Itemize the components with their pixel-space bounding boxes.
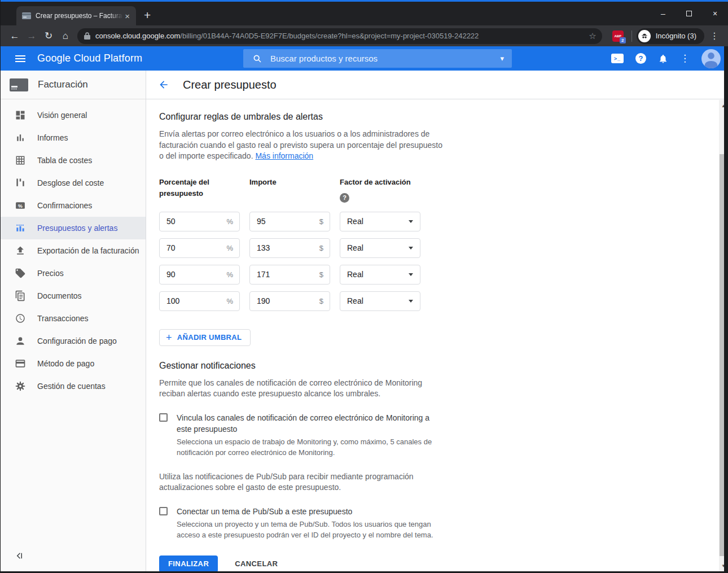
pubsub-checkbox-row: Conectar un tema de Pub/Sub a este presu…: [159, 506, 728, 540]
threshold-row: % $ Real: [159, 265, 728, 285]
sidebar-item-exportacion-facturacion[interactable]: Exportación de la facturación: [1, 239, 146, 262]
percent-input[interactable]: [166, 296, 226, 305]
amount-input[interactable]: [257, 270, 319, 279]
notifications-bell-icon[interactable]: [658, 53, 668, 64]
pubsub-checkbox[interactable]: [159, 507, 168, 515]
monitoring-checkbox[interactable]: [159, 413, 168, 422]
account-management-icon: [15, 380, 26, 392]
sidebar-item-documentos[interactable]: Documentos: [1, 285, 146, 307]
tab-title: Crear presupuesto – Facturación: [36, 12, 123, 20]
trigger-help-icon[interactable]: ?: [340, 193, 349, 203]
lock-icon: [84, 32, 90, 40]
maximize-button[interactable]: [676, 9, 702, 18]
sidebar-item-informes[interactable]: Informes: [1, 126, 146, 149]
percent-input[interactable]: [166, 270, 226, 279]
amount-input[interactable]: [257, 243, 319, 252]
extension-badge: 2: [620, 37, 626, 43]
incognito-label: Incógnito (3): [656, 32, 696, 40]
sidebar-item-transacciones[interactable]: Transacciones: [1, 307, 146, 330]
cloud-shell-icon[interactable]: >_: [611, 54, 624, 63]
sidebar-item-confirmaciones[interactable]: % Confirmaciones: [1, 194, 146, 217]
percent-suffix: %: [226, 270, 233, 279]
percent-input[interactable]: [166, 217, 226, 226]
appbar-menu-icon[interactable]: ⋮: [680, 53, 690, 64]
sidebar-collapse-icon[interactable]: [15, 552, 24, 562]
sidebar-item-presupuestos-y-alertas[interactable]: Presupuestos y alertas: [1, 217, 146, 239]
add-threshold-button[interactable]: +AÑADIR UMBRAL: [159, 329, 251, 346]
finish-button[interactable]: FINALIZAR: [159, 555, 218, 572]
page-body: Facturación Visión general Informes Tabl…: [1, 71, 728, 571]
more-info-link[interactable]: Más información: [255, 151, 313, 160]
incognito-chip[interactable]: Incógnito (3): [637, 28, 704, 44]
trigger-select[interactable]: Real: [340, 238, 420, 258]
trigger-select-value: Real: [347, 217, 363, 226]
sidebar-item-metodo-de-pago[interactable]: Método de pago: [1, 352, 146, 375]
amount-field[interactable]: $: [249, 265, 330, 285]
monitoring-checkbox-label[interactable]: Vincula los canales de notificación de c…: [177, 412, 442, 435]
amount-field[interactable]: $: [249, 238, 330, 258]
back-button[interactable]: ←: [6, 30, 23, 42]
thresholds-heading: Configurar reglas de umbrales de alertas: [159, 112, 728, 122]
percent-field[interactable]: %: [159, 265, 240, 285]
select-caret-icon: [409, 247, 413, 250]
pubsub-checkbox-label[interactable]: Conectar un tema de Pub/Sub a este presu…: [177, 506, 442, 517]
trigger-select[interactable]: Real: [340, 291, 420, 311]
browser-menu-icon[interactable]: ⋮: [710, 30, 719, 41]
percent-field[interactable]: %: [159, 291, 240, 311]
window-controls: – ×: [650, 2, 728, 25]
percent-field[interactable]: %: [159, 238, 240, 258]
percent-column-label: Porcentaje del presupuesto: [159, 177, 226, 199]
minimize-button[interactable]: –: [650, 9, 676, 18]
hamburger-menu-icon[interactable]: [15, 54, 25, 64]
tab-close-icon[interactable]: ×: [123, 12, 131, 20]
search-placeholder: Buscar productos y recursos: [270, 54, 500, 63]
amount-field[interactable]: $: [249, 212, 330, 231]
cost-table-icon: [15, 155, 26, 166]
thresholds-description: Envía alertas por correo electrónico a l…: [159, 129, 444, 162]
select-caret-icon: [409, 220, 413, 223]
sidebar-item-vision-general[interactable]: Visión general: [1, 104, 146, 126]
sidebar-item-precios[interactable]: Precios: [1, 262, 146, 285]
forward-button[interactable]: →: [23, 30, 40, 42]
sidebar-item-gestion-de-cuentas[interactable]: Gestión de cuentas: [1, 375, 146, 397]
cancel-button[interactable]: CANCELAR: [231, 559, 281, 568]
reload-button[interactable]: ↻: [40, 30, 57, 42]
amount-suffix: $: [319, 244, 323, 252]
home-button[interactable]: ⌂: [57, 30, 74, 42]
sidebar-item-tabla-de-costes[interactable]: Tabla de costes: [1, 149, 146, 172]
percent-input[interactable]: [166, 243, 226, 252]
new-tab-button[interactable]: +: [144, 8, 151, 22]
avatar[interactable]: [701, 49, 721, 68]
add-threshold-label: AÑADIR UMBRAL: [177, 333, 242, 342]
search-input[interactable]: Buscar productos y recursos ▾: [243, 49, 512, 68]
sidebar-item-desglose-del-coste[interactable]: Desglose del coste: [1, 172, 146, 194]
page-header: Crear presupuesto: [146, 71, 728, 99]
sidebar-item-label: Transacciones: [37, 314, 89, 323]
help-icon[interactable]: ?: [635, 53, 646, 64]
percent-suffix: %: [226, 297, 233, 305]
sidebar-item-label: Confirmaciones: [37, 201, 92, 210]
threshold-row: % $ Real: [159, 291, 728, 311]
budgets-icon: [15, 222, 26, 234]
browser-tab[interactable]: Crear presupuesto – Facturación ×: [16, 6, 136, 25]
close-window-button[interactable]: ×: [702, 9, 728, 18]
sidebar-nav: Visión general Informes Tabla de costes …: [1, 99, 146, 397]
pricing-icon: [15, 268, 26, 279]
adblock-extension-icon[interactable]: ABP 2: [612, 30, 624, 42]
sidebar-item-configuracion-de-pago[interactable]: Configuración de pago: [1, 330, 146, 352]
page-back-arrow-icon[interactable]: [158, 79, 169, 90]
amount-input[interactable]: [257, 217, 319, 226]
sidebar-item-label: Presupuestos y alertas: [37, 224, 117, 233]
search-scope-caret-icon[interactable]: ▾: [500, 54, 504, 63]
percent-field[interactable]: %: [159, 212, 240, 231]
appbar-actions: >_ ? ⋮: [611, 49, 721, 68]
amount-field[interactable]: $: [249, 291, 330, 311]
bookmark-star-icon[interactable]: ☆: [589, 31, 596, 41]
trigger-select[interactable]: Real: [340, 265, 420, 285]
amount-input[interactable]: [257, 296, 319, 305]
amount-suffix: $: [319, 270, 323, 279]
address-bar[interactable]: console.cloud.google.com/billing/01B44A-…: [77, 28, 602, 44]
trigger-select[interactable]: Real: [340, 212, 420, 231]
sidebar-item-label: Gestión de cuentas: [37, 382, 106, 391]
trigger-column-label: Factor de activación: [340, 177, 424, 188]
